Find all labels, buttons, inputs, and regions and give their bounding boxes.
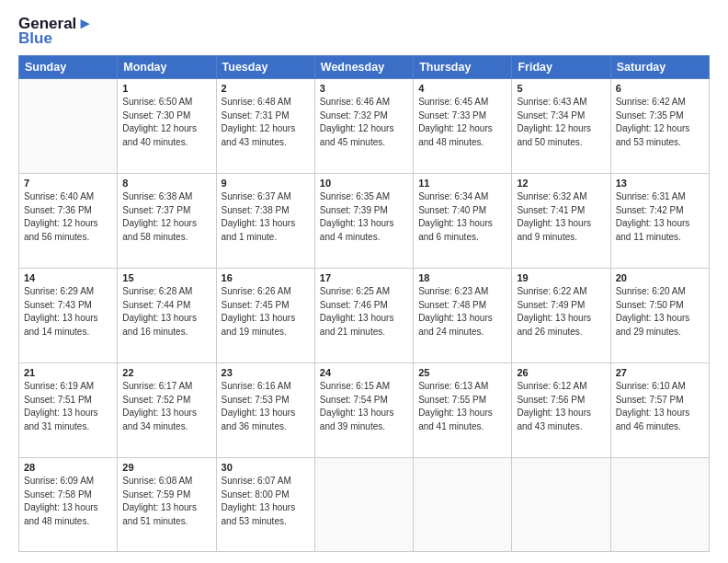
day-number: 19: [517, 272, 605, 283]
day-number: 18: [418, 272, 506, 283]
calendar-cell: 15Sunrise: 6:28 AMSunset: 7:44 PMDayligh…: [118, 269, 216, 363]
calendar-cell: 2Sunrise: 6:48 AMSunset: 7:31 PMDaylight…: [216, 79, 314, 174]
calendar-cell: [512, 458, 610, 552]
day-info: Sunrise: 6:40 AMSunset: 7:36 PMDaylight:…: [24, 190, 112, 244]
calendar-cell: 25Sunrise: 6:13 AMSunset: 7:55 PMDayligh…: [414, 363, 512, 458]
day-info: Sunrise: 6:16 AMSunset: 7:53 PMDaylight:…: [222, 380, 310, 433]
day-info: Sunrise: 6:23 AMSunset: 7:48 PMDaylight:…: [418, 285, 506, 339]
day-info: Sunrise: 6:26 AMSunset: 7:45 PMDaylight:…: [222, 285, 310, 339]
logo-arrow-icon: ►: [77, 15, 93, 33]
day-number: 4: [418, 83, 506, 94]
col-header-thursday: Thursday: [414, 56, 512, 79]
day-info: Sunrise: 6:50 AMSunset: 7:30 PMDaylight:…: [122, 96, 210, 149]
calendar-week-2: 7Sunrise: 6:40 AMSunset: 7:36 PMDaylight…: [19, 174, 710, 269]
day-number: 7: [24, 178, 112, 189]
col-header-tuesday: Tuesday: [216, 56, 314, 79]
calendar-cell: 4Sunrise: 6:45 AMSunset: 7:33 PMDaylight…: [414, 79, 512, 174]
calendar-cell: 20Sunrise: 6:20 AMSunset: 7:50 PMDayligh…: [610, 269, 709, 363]
calendar-cell: 10Sunrise: 6:35 AMSunset: 7:39 PMDayligh…: [314, 174, 413, 269]
calendar-cell: 14Sunrise: 6:29 AMSunset: 7:43 PMDayligh…: [19, 269, 118, 363]
day-info: Sunrise: 6:10 AMSunset: 7:57 PMDaylight:…: [616, 380, 704, 433]
day-number: 28: [24, 462, 112, 473]
calendar-cell: 5Sunrise: 6:43 AMSunset: 7:34 PMDaylight…: [512, 79, 610, 174]
day-number: 22: [122, 367, 210, 378]
day-number: 14: [24, 272, 112, 283]
col-header-saturday: Saturday: [610, 56, 709, 79]
day-number: 9: [222, 178, 310, 189]
page: General ► Blue SundayMondayTuesdayWednes…: [0, 0, 728, 563]
day-info: Sunrise: 6:35 AMSunset: 7:39 PMDaylight:…: [320, 190, 408, 244]
calendar-cell: 9Sunrise: 6:37 AMSunset: 7:38 PMDaylight…: [216, 174, 314, 269]
day-info: Sunrise: 6:09 AMSunset: 7:58 PMDaylight:…: [24, 475, 112, 528]
day-info: Sunrise: 6:31 AMSunset: 7:42 PMDaylight:…: [616, 190, 704, 244]
day-info: Sunrise: 6:15 AMSunset: 7:54 PMDaylight:…: [320, 380, 408, 433]
calendar-cell: [414, 458, 512, 552]
day-info: Sunrise: 6:32 AMSunset: 7:41 PMDaylight:…: [517, 190, 605, 244]
calendar-header-row: SundayMondayTuesdayWednesdayThursdayFrid…: [19, 56, 710, 79]
day-info: Sunrise: 6:34 AMSunset: 7:40 PMDaylight:…: [418, 190, 506, 244]
day-number: 13: [616, 178, 704, 189]
day-number: 24: [320, 367, 408, 378]
calendar-cell: 17Sunrise: 6:25 AMSunset: 7:46 PMDayligh…: [314, 269, 413, 363]
day-info: Sunrise: 6:13 AMSunset: 7:55 PMDaylight:…: [418, 380, 506, 433]
day-info: Sunrise: 6:25 AMSunset: 7:46 PMDaylight:…: [320, 285, 408, 339]
day-info: Sunrise: 6:48 AMSunset: 7:31 PMDaylight:…: [222, 96, 310, 149]
calendar-cell: 7Sunrise: 6:40 AMSunset: 7:36 PMDaylight…: [19, 174, 118, 269]
day-info: Sunrise: 6:17 AMSunset: 7:52 PMDaylight:…: [122, 380, 210, 433]
day-number: 2: [222, 83, 310, 94]
calendar-cell: 16Sunrise: 6:26 AMSunset: 7:45 PMDayligh…: [216, 269, 314, 363]
calendar-table: SundayMondayTuesdayWednesdayThursdayFrid…: [18, 55, 710, 552]
calendar-cell: 8Sunrise: 6:38 AMSunset: 7:37 PMDaylight…: [118, 174, 216, 269]
day-info: Sunrise: 6:29 AMSunset: 7:43 PMDaylight:…: [24, 285, 112, 339]
day-info: Sunrise: 6:38 AMSunset: 7:37 PMDaylight:…: [122, 190, 210, 244]
day-number: 5: [517, 83, 605, 94]
day-number: 20: [616, 272, 704, 283]
day-number: 1: [122, 83, 210, 94]
col-header-sunday: Sunday: [19, 56, 118, 79]
day-info: Sunrise: 6:28 AMSunset: 7:44 PMDaylight:…: [122, 285, 210, 339]
day-number: 26: [517, 367, 605, 378]
day-number: 12: [517, 178, 605, 189]
calendar-cell: 29Sunrise: 6:08 AMSunset: 7:59 PMDayligh…: [118, 458, 216, 552]
col-header-wednesday: Wednesday: [314, 56, 413, 79]
day-info: Sunrise: 6:12 AMSunset: 7:56 PMDaylight:…: [517, 380, 605, 433]
day-number: 17: [320, 272, 408, 283]
day-number: 27: [616, 367, 704, 378]
day-info: Sunrise: 6:07 AMSunset: 8:00 PMDaylight:…: [222, 475, 310, 528]
logo-blue: Blue: [18, 29, 52, 48]
day-info: Sunrise: 6:20 AMSunset: 7:50 PMDaylight:…: [616, 285, 704, 339]
col-header-monday: Monday: [118, 56, 216, 79]
calendar-cell: [19, 79, 118, 174]
day-info: Sunrise: 6:42 AMSunset: 7:35 PMDaylight:…: [616, 96, 704, 149]
calendar-cell: 28Sunrise: 6:09 AMSunset: 7:58 PMDayligh…: [19, 458, 118, 552]
calendar-cell: 6Sunrise: 6:42 AMSunset: 7:35 PMDaylight…: [610, 79, 709, 174]
day-info: Sunrise: 6:08 AMSunset: 7:59 PMDaylight:…: [122, 475, 210, 528]
calendar-cell: [610, 458, 709, 552]
day-number: 6: [616, 83, 704, 94]
day-number: 10: [320, 178, 408, 189]
calendar-cell: 23Sunrise: 6:16 AMSunset: 7:53 PMDayligh…: [216, 363, 314, 458]
day-number: 15: [122, 272, 210, 283]
day-number: 11: [418, 178, 506, 189]
calendar-cell: [314, 458, 413, 552]
calendar-cell: 30Sunrise: 6:07 AMSunset: 8:00 PMDayligh…: [216, 458, 314, 552]
calendar-cell: 19Sunrise: 6:22 AMSunset: 7:49 PMDayligh…: [512, 269, 610, 363]
day-info: Sunrise: 6:37 AMSunset: 7:38 PMDaylight:…: [222, 190, 310, 244]
calendar-week-3: 14Sunrise: 6:29 AMSunset: 7:43 PMDayligh…: [19, 269, 710, 363]
day-number: 25: [418, 367, 506, 378]
calendar-cell: 24Sunrise: 6:15 AMSunset: 7:54 PMDayligh…: [314, 363, 413, 458]
calendar-week-5: 28Sunrise: 6:09 AMSunset: 7:58 PMDayligh…: [19, 458, 710, 552]
day-number: 3: [320, 83, 408, 94]
calendar-cell: 11Sunrise: 6:34 AMSunset: 7:40 PMDayligh…: [414, 174, 512, 269]
calendar-cell: 13Sunrise: 6:31 AMSunset: 7:42 PMDayligh…: [610, 174, 709, 269]
day-number: 23: [222, 367, 310, 378]
day-number: 21: [24, 367, 112, 378]
calendar-cell: 12Sunrise: 6:32 AMSunset: 7:41 PMDayligh…: [512, 174, 610, 269]
calendar-cell: 27Sunrise: 6:10 AMSunset: 7:57 PMDayligh…: [610, 363, 709, 458]
day-info: Sunrise: 6:22 AMSunset: 7:49 PMDaylight:…: [517, 285, 605, 339]
calendar-cell: 3Sunrise: 6:46 AMSunset: 7:32 PMDaylight…: [314, 79, 413, 174]
day-info: Sunrise: 6:19 AMSunset: 7:51 PMDaylight:…: [24, 380, 112, 433]
day-number: 29: [122, 462, 210, 473]
calendar-week-4: 21Sunrise: 6:19 AMSunset: 7:51 PMDayligh…: [19, 363, 710, 458]
day-number: 30: [222, 462, 310, 473]
